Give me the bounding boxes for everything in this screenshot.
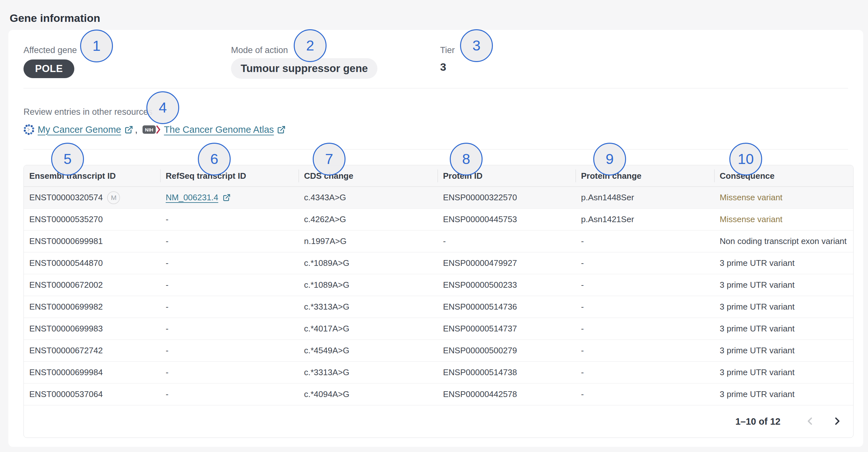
protein-id: ENSP00000500233 (443, 280, 517, 290)
pagination-prev-button[interactable] (804, 415, 816, 428)
refseq-link[interactable]: NM_006231.4 (166, 193, 218, 202)
refseq-value: - (166, 389, 168, 399)
consequence: 3 prime UTR variant (720, 346, 795, 356)
consequence: 3 prime UTR variant (720, 280, 795, 290)
pagination-next-button[interactable] (831, 415, 843, 428)
annotation-circle-4: 4 (146, 91, 179, 124)
affected-gene-field: Affected gene POLE (24, 45, 77, 78)
page-title: Gene information (10, 12, 100, 25)
cds-change-cell: c.*4094A>G (299, 389, 438, 399)
annotation-circle-3: 3 (460, 29, 493, 62)
protein-id: ENSP00000322570 (443, 193, 517, 202)
table-body: ENST00000320574MNM_006231.4c.4343A>GENSP… (24, 187, 853, 406)
affected-gene-badge: POLE (24, 60, 74, 78)
consequence: 3 prime UTR variant (720, 389, 795, 399)
protein-change: - (581, 258, 584, 268)
protein-id-cell: ENSP00000514736 (438, 302, 576, 312)
refseq-value: - (166, 367, 168, 378)
annotation-circle-10: 10 (729, 143, 762, 175)
refseq-value: - (166, 236, 168, 246)
protein-change: - (581, 367, 584, 378)
ensembl-transcript-id: ENST00000544870 (29, 258, 103, 268)
consequence-cell: 3 prime UTR variant (714, 367, 853, 378)
ensembl-transcript-id: ENST00000672002 (29, 280, 103, 290)
protein-id: ENSP00000445753 (443, 215, 517, 224)
refseq-value: - (166, 324, 168, 334)
cds-change-cell: c.*4017A>G (299, 324, 438, 334)
protein-id-cell: ENSP00000514737 (438, 324, 576, 334)
cds-change: n.1997A>G (304, 236, 346, 246)
ensembl-transcript-id: ENST00000672742 (29, 346, 103, 356)
nih-logo-icon: NIH (142, 124, 161, 135)
protein-id-cell: ENSP00000514738 (438, 367, 576, 378)
cds-change-cell: c.*1089A>G (299, 280, 438, 290)
ensembl-transcript-id: ENST00000699981 (29, 236, 103, 246)
consequence: Missense variant (720, 193, 782, 202)
refseq-value: - (166, 346, 168, 356)
cds-change: c.*1089A>G (304, 258, 349, 268)
ensembl-transcript-id-cell: ENST00000320574M (24, 191, 160, 204)
cds-change-cell: c.*3313A>G (299, 367, 438, 378)
protein-change: - (581, 302, 584, 312)
ensembl-transcript-id: ENST00000699984 (29, 367, 103, 378)
protein-id-cell: ENSP00000445753 (438, 215, 576, 224)
ensembl-transcript-id-cell: ENST00000672002 (24, 280, 160, 290)
protein-id: ENSP00000514736 (443, 302, 517, 312)
table-row: ENST00000320574MNM_006231.4c.4343A>GENSP… (24, 187, 853, 208)
consequence-cell: 3 prime UTR variant (714, 346, 853, 356)
consequence: 3 prime UTR variant (720, 258, 795, 268)
ensembl-transcript-id-cell: ENST00000544870 (24, 258, 160, 268)
protein-change-cell: - (576, 258, 714, 268)
cds-change-cell: c.*4549A>G (299, 346, 438, 356)
column-header: Ensembl transcript ID (24, 165, 160, 187)
annotation-circle-6: 6 (198, 143, 231, 175)
table-row: ENST00000699982-c.*3313A>GENSP0000051473… (24, 296, 853, 318)
annotation-circle-8: 8 (450, 143, 483, 175)
svg-text:NIH: NIH (145, 127, 153, 132)
protein-id: - (443, 236, 446, 246)
consequence-cell: 3 prime UTR variant (714, 324, 853, 334)
external-link-icon (223, 194, 231, 201)
affected-gene-label: Affected gene (24, 45, 77, 56)
ensembl-transcript-id-cell: ENST00000699984 (24, 367, 160, 378)
column-header: RefSeq transcript ID (160, 165, 299, 187)
links-separator: , (135, 124, 138, 135)
annotation-circle-9: 9 (593, 143, 626, 175)
my-cancer-genome-link[interactable]: My Cancer Genome (38, 124, 121, 135)
cds-change-cell: c.*1089A>G (299, 258, 438, 268)
table-row: ENST00000535270-c.4262A>GENSP00000445753… (24, 208, 853, 230)
cds-change-cell: c.4262A>G (299, 215, 438, 224)
ensembl-transcript-id: ENST00000537064 (29, 389, 103, 399)
cds-change: c.*1089A>G (304, 280, 349, 290)
ensembl-transcript-id: ENST00000535270 (29, 215, 103, 224)
protein-id: ENSP00000442578 (443, 389, 517, 399)
ensembl-transcript-id-cell: ENST00000535270 (24, 215, 160, 224)
cds-change-cell: n.1997A>G (299, 236, 438, 246)
refseq-transcript-id-cell: NM_006231.4 (160, 193, 299, 202)
consequence-cell: Missense variant (714, 193, 853, 202)
resources-label: Review entries in other resources (24, 107, 153, 117)
table-row: ENST00000537064-c.*4094A>GENSP0000044257… (24, 384, 853, 406)
protein-id-cell: ENSP00000500279 (438, 346, 576, 356)
table-pagination: 1–10 of 12 (24, 406, 853, 438)
annotation-circle-1: 1 (80, 30, 113, 62)
the-cancer-genome-atlas-link[interactable]: The Cancer Genome Atlas (164, 124, 274, 135)
protein-change-cell: - (576, 324, 714, 334)
my-cancer-genome-logo-icon (24, 124, 34, 135)
protein-change-cell: - (576, 280, 714, 290)
mane-badge: M (107, 191, 120, 204)
table-header-row: Ensembl transcript IDRefSeq transcript I… (24, 165, 853, 187)
protein-id: ENSP00000514738 (443, 367, 517, 378)
consequence: 3 prime UTR variant (720, 324, 795, 334)
refseq-transcript-id-cell: - (160, 215, 299, 224)
protein-change-cell: p.Asn1421Ser (576, 215, 714, 224)
refseq-transcript-id-cell: - (160, 324, 299, 334)
protein-id-cell: - (438, 236, 576, 246)
protein-change: - (581, 389, 584, 399)
cds-change: c.*3313A>G (304, 302, 349, 312)
protein-change: - (581, 280, 584, 290)
ensembl-transcript-id: ENST00000320574 (29, 193, 103, 202)
protein-change: p.Asn1448Ser (581, 193, 634, 202)
tier-label: Tier (440, 45, 455, 56)
chevron-right-icon (832, 416, 842, 427)
